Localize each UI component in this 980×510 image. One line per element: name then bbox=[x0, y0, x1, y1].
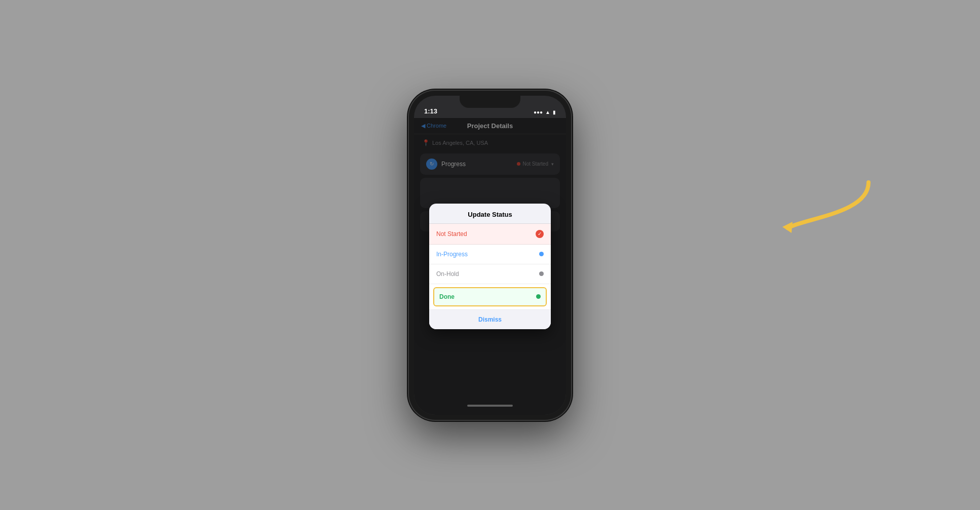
wifi-icon: ▲ bbox=[545, 109, 550, 115]
option-on-hold-label: On-Hold bbox=[436, 270, 539, 278]
option-on-hold-indicator bbox=[539, 271, 544, 276]
option-in-progress-label: In-Progress bbox=[436, 251, 539, 258]
option-done-label: Done bbox=[439, 293, 536, 300]
option-in-progress[interactable]: In-Progress bbox=[429, 245, 551, 264]
scene: 1:13 ●●● ▲ ▮ ◀ Chrome Project Details 📍 … bbox=[0, 0, 980, 510]
battery-icon: ▮ bbox=[553, 109, 556, 115]
option-on-hold[interactable]: On-Hold bbox=[429, 264, 551, 284]
phone-shell: 1:13 ●●● ▲ ▮ ◀ Chrome Project Details 📍 … bbox=[409, 91, 571, 420]
dismiss-button[interactable]: Dismiss bbox=[429, 310, 551, 329]
svg-marker-0 bbox=[782, 222, 793, 233]
phone-screen: 1:13 ●●● ▲ ▮ ◀ Chrome Project Details 📍 … bbox=[414, 96, 566, 415]
done-option-wrapper: Done bbox=[429, 284, 551, 310]
update-status-modal: Update Status Not Started ✓ In-Progress … bbox=[429, 204, 551, 329]
status-time: 1:13 bbox=[424, 107, 534, 115]
option-done[interactable]: Done bbox=[433, 287, 547, 306]
option-not-started-indicator: ✓ bbox=[536, 230, 544, 238]
option-in-progress-indicator bbox=[539, 252, 544, 256]
signal-icon: ●●● bbox=[534, 109, 543, 115]
option-done-indicator bbox=[536, 294, 541, 299]
notch bbox=[460, 96, 520, 108]
option-not-started-label: Not Started bbox=[436, 230, 536, 238]
status-icons: ●●● ▲ ▮ bbox=[534, 109, 556, 115]
arrow-annotation bbox=[777, 172, 879, 250]
option-not-started[interactable]: Not Started ✓ bbox=[429, 224, 551, 245]
home-indicator bbox=[467, 405, 513, 407]
app-content: ◀ Chrome Project Details 📍 Los Angeles, … bbox=[414, 118, 566, 415]
modal-title: Update Status bbox=[429, 204, 551, 224]
